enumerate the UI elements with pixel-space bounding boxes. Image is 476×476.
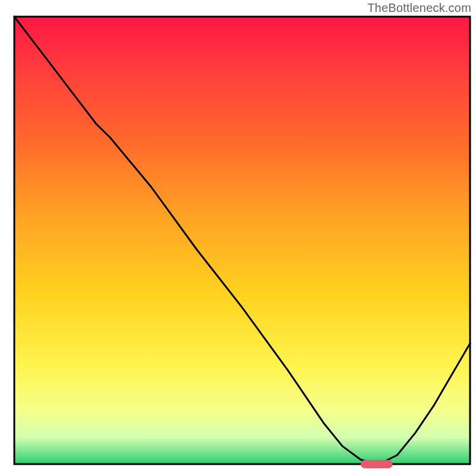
min-marker (361, 460, 393, 468)
chart-svg (0, 0, 476, 476)
chart-stage: TheBottleneck.com (0, 0, 476, 476)
plot-background (14, 17, 470, 464)
attribution-text: TheBottleneck.com (367, 1, 471, 15)
